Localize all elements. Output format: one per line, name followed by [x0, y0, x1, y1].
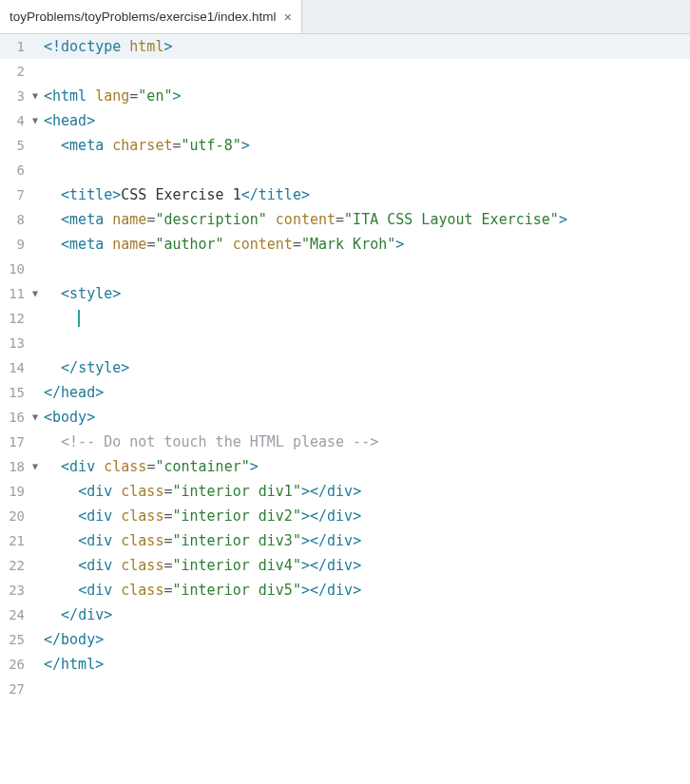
code-content[interactable]: <!-- Do not touch the HTML please -->	[42, 430, 378, 454]
text-cursor	[78, 310, 80, 327]
code-token: =	[293, 236, 301, 253]
code-line[interactable]: 13	[0, 331, 690, 355]
code-line[interactable]: 4▼<head>	[0, 108, 690, 133]
code-line[interactable]: 2	[0, 59, 690, 84]
code-content[interactable]: <meta name="author" content="Mark Kroh">	[42, 232, 404, 257]
code-line[interactable]: 21 <div class="interior div3"></div>	[0, 528, 690, 553]
code-token: "container"	[155, 458, 249, 475]
code-line[interactable]: 16▼<body>	[0, 405, 690, 430]
code-content[interactable]: <body>	[42, 405, 95, 430]
code-content[interactable]: <meta charset="utf-8">	[42, 133, 250, 158]
code-content[interactable]: </body>	[42, 627, 104, 652]
code-editor[interactable]: 1<!doctype html>23▼<html lang="en">4▼<he…	[0, 34, 690, 701]
code-token: "interior div3"	[172, 532, 300, 549]
code-content[interactable]	[42, 59, 44, 84]
code-content[interactable]	[42, 677, 44, 701]
code-line[interactable]: 1<!doctype html>	[0, 34, 690, 59]
fold-toggle-icon	[29, 504, 42, 528]
code-token: name	[112, 211, 146, 228]
line-number: 1	[0, 34, 29, 59]
code-token: <!-- Do not touch the HTML please -->	[61, 433, 378, 450]
code-token: style	[69, 285, 112, 302]
code-content[interactable]: <html lang="en">	[42, 84, 182, 108]
code-line[interactable]: 17 <!-- Do not touch the HTML please -->	[0, 430, 690, 454]
code-content[interactable]: <div class="interior div3"></div>	[42, 528, 361, 553]
code-token: "Mark Kroh"	[301, 236, 395, 253]
code-content[interactable]: <div class="interior div1"></div>	[42, 479, 361, 504]
code-token: CSS Exercise 1	[121, 186, 240, 203]
code-token: head	[52, 112, 86, 129]
code-content[interactable]: <style>	[42, 281, 121, 306]
code-content[interactable]: </style>	[42, 355, 129, 380]
code-line[interactable]: 26</html>	[0, 652, 690, 677]
code-token: "author"	[155, 236, 223, 253]
code-line[interactable]: 27	[0, 677, 690, 701]
code-token: "en"	[138, 87, 172, 105]
code-line[interactable]: 7 <title>CSS Exercise 1</title>	[0, 182, 690, 207]
line-number: 2	[0, 59, 29, 84]
fold-toggle-icon[interactable]: ▼	[29, 108, 42, 133]
code-token: class	[104, 458, 146, 475]
fold-toggle-icon	[29, 257, 42, 281]
code-line[interactable]: 18▼ <div class="container">	[0, 454, 690, 479]
fold-toggle-icon	[29, 133, 42, 158]
code-line[interactable]: 22 <div class="interior div4"></div>	[0, 553, 690, 578]
code-line[interactable]: 25</body>	[0, 627, 690, 652]
code-content[interactable]: <!doctype html>	[42, 34, 172, 59]
code-line[interactable]: 8 <meta name="description" content="ITA …	[0, 207, 690, 232]
code-line[interactable]: 14 </style>	[0, 355, 690, 380]
line-number: 6	[0, 158, 29, 182]
code-token: >	[250, 458, 259, 475]
line-number: 10	[0, 257, 29, 281]
code-token: content	[276, 211, 335, 228]
code-content[interactable]: <title>CSS Exercise 1</title>	[42, 182, 310, 207]
code-content[interactable]	[42, 306, 80, 331]
code-content[interactable]	[42, 158, 44, 182]
code-content[interactable]	[42, 331, 44, 355]
code-token: "description"	[155, 211, 266, 228]
code-token: </	[44, 656, 61, 673]
code-line[interactable]: 15</head>	[0, 380, 690, 405]
fold-toggle-icon[interactable]: ▼	[29, 84, 42, 108]
code-line[interactable]: 19 <div class="interior div1"></div>	[0, 479, 690, 504]
code-content[interactable]: </div>	[42, 602, 112, 627]
code-line[interactable]: 5 <meta charset="utf-8">	[0, 133, 690, 158]
code-token: div	[86, 483, 121, 500]
fold-toggle-icon[interactable]: ▼	[29, 405, 42, 430]
code-line[interactable]: 3▼<html lang="en">	[0, 84, 690, 108]
file-tab[interactable]: toyProblems/toyProblems/exercise1/index.…	[0, 0, 302, 33]
code-token: meta	[69, 137, 112, 154]
code-token: body	[52, 409, 86, 426]
code-content[interactable]	[42, 257, 44, 281]
code-content[interactable]: <meta name="description" content="ITA CS…	[42, 207, 567, 232]
code-line[interactable]: 10	[0, 257, 690, 281]
code-line[interactable]: 20 <div class="interior div2"></div>	[0, 504, 690, 528]
fold-toggle-icon	[29, 182, 42, 207]
code-content[interactable]: <head>	[42, 108, 95, 133]
code-content[interactable]: </head>	[42, 380, 104, 405]
code-token: >	[95, 384, 104, 401]
code-content[interactable]: <div class="interior div4"></div>	[42, 553, 361, 578]
code-content[interactable]: <div class="container">	[42, 454, 259, 479]
code-token: html	[129, 38, 163, 55]
fold-toggle-icon[interactable]: ▼	[29, 281, 42, 306]
code-line[interactable]: 11▼ <style>	[0, 281, 690, 306]
fold-toggle-icon[interactable]: ▼	[29, 454, 42, 479]
code-line[interactable]: 12	[0, 306, 690, 331]
code-token: </	[61, 606, 78, 623]
line-number: 12	[0, 306, 29, 331]
code-token: <	[44, 409, 52, 426]
code-token: >	[112, 285, 121, 302]
code-line[interactable]: 9 <meta name="author" content="Mark Kroh…	[0, 232, 690, 257]
code-token: html	[52, 87, 95, 105]
code-token: class	[121, 507, 163, 525]
code-content[interactable]: <div class="interior div2"></div>	[42, 504, 361, 528]
code-token: class	[121, 557, 163, 574]
code-line[interactable]: 23 <div class="interior div5"></div>	[0, 578, 690, 602]
code-content[interactable]: <div class="interior div5"></div>	[42, 578, 361, 602]
code-line[interactable]: 6	[0, 158, 690, 182]
close-icon[interactable]: ×	[284, 10, 292, 24]
code-content[interactable]: </html>	[42, 652, 104, 677]
line-number: 8	[0, 207, 29, 232]
code-line[interactable]: 24 </div>	[0, 602, 690, 627]
